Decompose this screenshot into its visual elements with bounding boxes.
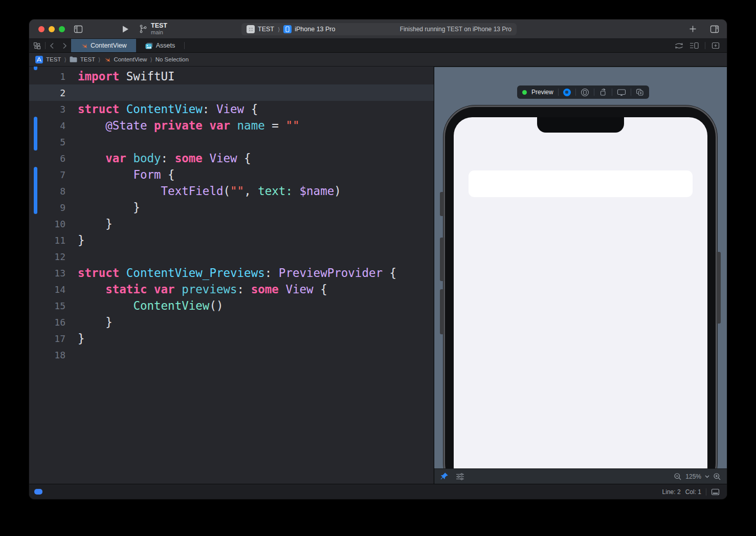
preview-status-dot (522, 90, 527, 95)
add-editor-icon[interactable] (711, 42, 720, 49)
code-line[interactable]: 15 ContentView() (29, 297, 434, 314)
code-line[interactable]: 11} (29, 232, 434, 248)
code-text: TextField("", text: $name) (78, 184, 341, 198)
volume-up-button (440, 238, 444, 281)
line-number[interactable]: 13 (29, 268, 65, 278)
code-line[interactable]: 7 Form { (29, 166, 434, 183)
code-line[interactable]: 12 (29, 248, 434, 265)
tab-overview-icon[interactable] (29, 39, 45, 52)
source-editor[interactable]: 1import SwiftUI23struct ContentView: Vie… (29, 67, 434, 484)
live-preview-button[interactable] (563, 89, 571, 96)
code-text: import SwiftUI (78, 70, 175, 83)
code-text: } (78, 315, 113, 329)
code-line[interactable]: 1import SwiftUI (29, 68, 434, 84)
back-button[interactable] (46, 39, 58, 52)
code-line[interactable]: 6 var body: some View { (29, 150, 434, 166)
code-line[interactable]: 8 TextField("", text: $name) (29, 183, 434, 199)
activity-viewer[interactable]: TEST ⟩ iPhone 13 Pro Finished running TE… (241, 23, 517, 35)
tab-label: ContentView (91, 42, 127, 49)
zoom-out-icon[interactable] (674, 473, 682, 481)
line-number[interactable]: 2 (29, 88, 65, 98)
duplicate-preview-icon[interactable] (636, 88, 644, 96)
library-plus-icon[interactable] (689, 25, 697, 33)
volume-down-button (440, 289, 444, 334)
swift-file-icon (103, 56, 110, 63)
activity-status-text: Finished running TEST on iPhone 13 Pro (400, 26, 512, 33)
code-text: } (78, 332, 85, 345)
breadcrumb-file[interactable]: ContentView (114, 56, 147, 62)
line-number[interactable]: 15 (29, 301, 65, 311)
code-line[interactable]: 16 } (29, 314, 434, 330)
line-number[interactable]: 1 (29, 71, 65, 82)
inspect-preview-icon[interactable] (599, 88, 607, 96)
xcode-window: TEST main TEST ⟩ iPhone 13 Pro Finished … (29, 19, 727, 499)
canvas-body[interactable]: Preview (434, 67, 727, 468)
editor-options-icon[interactable] (690, 42, 699, 49)
code-line[interactable]: 10 } (29, 216, 434, 232)
line-number[interactable]: 18 (29, 350, 65, 360)
jump-bar: TEST ⟩ TEST ⟩ ContentView ⟩ No Selection (29, 53, 727, 67)
toolbar: TEST main TEST ⟩ iPhone 13 Pro Finished … (29, 19, 727, 39)
code-line[interactable]: 5 (29, 134, 434, 150)
code-line[interactable]: 14 static var previews: some View { (29, 281, 434, 297)
preview-toolbar: Preview (517, 85, 649, 99)
zoom-button[interactable] (59, 26, 65, 32)
line-number[interactable]: 14 (29, 284, 65, 295)
zoom-in-icon[interactable] (713, 473, 721, 481)
change-bar (34, 167, 37, 214)
line-number[interactable]: 16 (29, 317, 65, 328)
iphone-screen[interactable] (454, 117, 707, 468)
close-button[interactable] (38, 26, 45, 32)
canvas-bottom-bar: 125% (434, 468, 727, 484)
zoom-level[interactable]: 125% (685, 473, 701, 480)
navigator-toggle-icon[interactable] (73, 24, 83, 34)
code-line[interactable]: 4 @State private var name = "" (29, 117, 434, 134)
breadcrumb-project[interactable]: TEST (46, 56, 61, 62)
inspector-toggle-icon[interactable] (709, 24, 720, 34)
textfield-row[interactable] (469, 170, 693, 197)
debug-preview-icon[interactable] (617, 89, 626, 96)
chevron-down-icon[interactable] (705, 475, 709, 478)
line-number[interactable]: 12 (29, 251, 65, 262)
change-bar (34, 117, 37, 151)
preview-canvas: Preview (434, 67, 727, 484)
run-destination[interactable]: iPhone 13 Pro (295, 26, 335, 33)
breadcrumb-selection[interactable]: No Selection (155, 56, 189, 62)
editor-display-icon[interactable] (711, 488, 720, 496)
code-text: var body: some View { (78, 152, 251, 165)
code-line[interactable]: 2 (29, 84, 434, 101)
notch (537, 117, 624, 133)
code-line[interactable]: 17} (29, 330, 434, 347)
forward-button[interactable] (58, 39, 71, 52)
tab-assets[interactable]: Assets (136, 39, 185, 52)
minimize-button[interactable] (49, 26, 55, 32)
iphone-device-frame (443, 105, 717, 468)
code-text: static var previews: some View { (78, 283, 327, 296)
run-button[interactable] (121, 25, 129, 33)
branch-name[interactable]: main (151, 29, 167, 35)
line-number[interactable]: 10 (29, 219, 65, 229)
line-number[interactable]: 11 (29, 235, 65, 246)
scheme-project-title[interactable]: TEST (151, 22, 167, 29)
breadcrumb-separator: ⟩ (98, 56, 100, 63)
preview-on-device-icon[interactable] (581, 88, 589, 97)
line-number[interactable]: 3 (29, 104, 65, 115)
pin-preview-icon[interactable] (440, 472, 449, 481)
code-text: } (78, 233, 85, 247)
branch-icon (139, 24, 147, 34)
code-line[interactable]: 9 } (29, 199, 434, 216)
change-bar (34, 67, 37, 70)
code-line[interactable]: 13struct ContentView_Previews: PreviewPr… (29, 265, 434, 281)
breakpoint-indicator[interactable] (34, 489, 42, 495)
code-line[interactable]: 3struct ContentView: View { (29, 101, 434, 117)
code-review-icon[interactable] (675, 42, 683, 49)
breadcrumb-group[interactable]: TEST (80, 56, 95, 62)
line-number[interactable]: 6 (29, 153, 65, 164)
canvas-settings-icon[interactable] (456, 473, 464, 480)
code-line[interactable]: 18 (29, 347, 434, 363)
folder-icon (70, 56, 77, 62)
tab-contentview[interactable]: ContentView (71, 39, 136, 52)
scheme-name[interactable]: TEST (258, 26, 274, 33)
mute-switch (440, 192, 444, 216)
line-number[interactable]: 17 (29, 333, 65, 344)
